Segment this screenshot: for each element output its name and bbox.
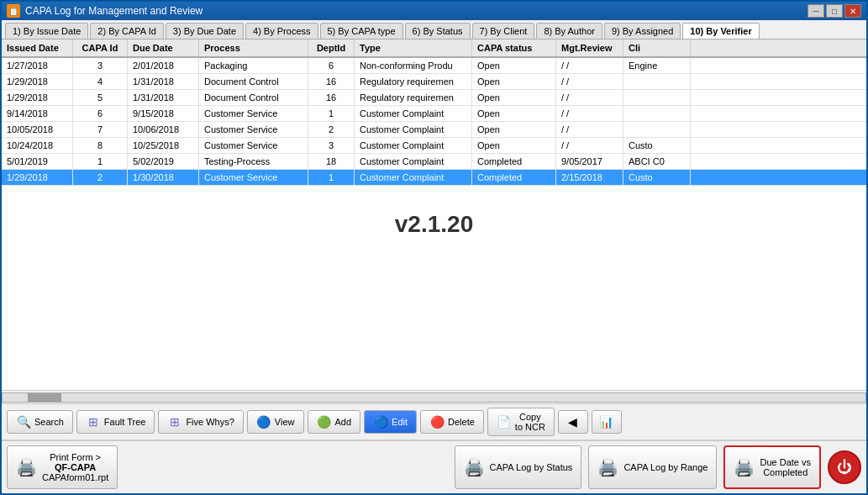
cell-process: Customer Service xyxy=(199,138,308,153)
tab-by-client[interactable]: 7) By Client xyxy=(472,23,535,39)
view-button[interactable]: 🔵 View xyxy=(247,410,304,434)
cell-process: Document Control xyxy=(199,90,308,105)
copy-to-ncr-button[interactable]: 📄 Copy to NCR xyxy=(487,408,555,436)
search-button[interactable]: 🔍 Search xyxy=(7,410,73,434)
tab-by-status[interactable]: 6) By Status xyxy=(405,23,471,39)
table-row[interactable]: 10/24/2018 8 10/25/2018 Customer Service… xyxy=(2,138,866,154)
cell-status: Open xyxy=(472,58,556,73)
cell-process: Document Control xyxy=(199,74,308,89)
capa-log-range-button[interactable]: 🖨️ CAPA Log by Range xyxy=(588,445,717,489)
tab-by-due-date[interactable]: 3) By Due Date xyxy=(166,23,244,39)
capa-log-status-icon: 🖨️ xyxy=(464,457,485,477)
edit-button[interactable]: 🔵 Edit xyxy=(364,410,417,434)
power-button[interactable]: ⏻ xyxy=(828,450,861,484)
add-button[interactable]: 🟢 Add xyxy=(308,410,361,434)
due-date-label: Due Date vs Completed xyxy=(760,457,811,477)
window-controls[interactable]: ─ □ ✕ xyxy=(808,4,861,18)
table-row[interactable]: 9/14/2018 6 9/15/2018 Customer Service 1… xyxy=(2,106,866,122)
tab-bar: 1) By Issue Date 2) By CAPA Id 3) By Due… xyxy=(2,20,866,39)
cell-dept: 6 xyxy=(308,58,355,73)
capa-log-range-label: CAPA Log by Range xyxy=(623,462,708,472)
table-body: 1/27/2018 3 2/01/2018 Packaging 6 Non-co… xyxy=(2,58,866,390)
table-row[interactable]: 1/27/2018 3 2/01/2018 Packaging 6 Non-co… xyxy=(2,58,866,74)
cell-type: Regulatory requiremen xyxy=(355,90,472,105)
print-form-label: Print Form > xyxy=(42,452,108,462)
printer-icon: 🖨️ xyxy=(16,457,37,477)
cell-issued: 1/29/2018 xyxy=(2,170,73,185)
table-row[interactable]: 10/05/2018 7 10/06/2018 Customer Service… xyxy=(2,122,866,138)
cell-capa: 4 xyxy=(73,74,128,89)
due-date-completed-button[interactable]: 🖨️ Due Date vs Completed xyxy=(723,445,821,489)
cell-due: 10/06/2018 xyxy=(128,122,199,137)
fault-tree-button[interactable]: ⊞ Fault Tree xyxy=(76,410,155,434)
cell-status: Completed xyxy=(472,154,556,169)
fault-tree-label: Fault Tree xyxy=(104,417,146,427)
cell-type: Customer Complaint xyxy=(355,154,472,169)
cell-type: Customer Complaint xyxy=(355,138,472,153)
add-label: Add xyxy=(335,417,352,427)
col-header-capa-id: CAPA Id xyxy=(73,39,128,56)
cell-process: Customer Service xyxy=(199,170,308,185)
due-date-icon: 🖨️ xyxy=(734,457,755,477)
cell-issued: 1/27/2018 xyxy=(2,58,73,73)
scrollbar-track[interactable] xyxy=(2,392,866,403)
add-icon: 🟢 xyxy=(317,414,332,429)
cell-status: Open xyxy=(472,106,556,121)
capa-log-status-label: CAPA Log by Status xyxy=(490,462,573,472)
cell-process: Testing-Process xyxy=(199,154,308,169)
copy-icon: 📄 xyxy=(497,414,512,429)
view-label: View xyxy=(275,417,295,427)
minimize-button[interactable]: ─ xyxy=(808,4,824,18)
delete-button[interactable]: 🔴 Delete xyxy=(420,410,484,434)
cell-due: 1/31/2018 xyxy=(128,90,199,105)
toolbar: 🔍 Search ⊞ Fault Tree ⊞ Five Whys? 🔵 Vie… xyxy=(2,403,866,440)
table-rows-container: 1/27/2018 3 2/01/2018 Packaging 6 Non-co… xyxy=(2,58,866,186)
table-row[interactable]: 1/29/2018 4 1/31/2018 Document Control 1… xyxy=(2,74,866,90)
cell-due: 2/01/2018 xyxy=(128,58,199,73)
cell-type: Customer Complaint xyxy=(355,106,472,121)
back-button[interactable]: ◀ xyxy=(558,410,588,434)
tab-by-assigned[interactable]: 9) By Assigned xyxy=(604,23,681,39)
table-row[interactable]: 1/29/2018 5 1/31/2018 Document Control 1… xyxy=(2,90,866,106)
print-form-button[interactable]: 🖨️ Print Form > QF-CAPA CAPAform01.rpt xyxy=(7,445,118,489)
five-whys-label: Five Whys? xyxy=(186,417,234,427)
cell-due: 1/30/2018 xyxy=(128,170,199,185)
table-row[interactable]: 1/29/2018 2 1/30/2018 Customer Service 1… xyxy=(2,170,866,186)
print-form-info: Print Form > QF-CAPA CAPAform01.rpt xyxy=(42,452,108,482)
cell-dept: 3 xyxy=(308,138,355,153)
cell-mgt: / / xyxy=(556,90,623,105)
tab-by-capa-type[interactable]: 5) By CAPA type xyxy=(320,23,403,39)
cell-due: 5/02/2019 xyxy=(128,154,199,169)
five-whys-button[interactable]: ⊞ Five Whys? xyxy=(158,410,243,434)
edit-icon: 🔵 xyxy=(373,414,388,429)
cell-due: 10/25/2018 xyxy=(128,138,199,153)
cell-mgt: / / xyxy=(556,74,623,89)
cell-mgt: / / xyxy=(556,106,623,121)
tab-by-process[interactable]: 4) By Process xyxy=(245,23,318,39)
scrollbar-thumb[interactable] xyxy=(28,393,61,402)
form-file: CAPAform01.rpt xyxy=(42,472,108,482)
horizontal-scrollbar[interactable] xyxy=(2,390,866,403)
cell-status: Open xyxy=(472,138,556,153)
col-header-due-date: Due Date xyxy=(128,39,199,56)
cell-capa: 8 xyxy=(73,138,128,153)
cell-type: Customer Complaint xyxy=(355,170,472,185)
cell-mgt: 9/05/2017 xyxy=(556,154,623,169)
five-whys-icon: ⊞ xyxy=(167,414,182,429)
col-header-process: Process xyxy=(199,39,308,56)
tab-by-author[interactable]: 8) By Author xyxy=(536,23,602,39)
cell-capa: 6 xyxy=(73,106,128,121)
tab-by-verifier[interactable]: 10) By Verifier xyxy=(682,23,759,39)
cell-status: Open xyxy=(472,90,556,105)
form-name: QF-CAPA xyxy=(42,462,108,472)
cell-issued: 1/29/2018 xyxy=(2,74,73,89)
capa-log-status-button[interactable]: 🖨️ CAPA Log by Status xyxy=(455,445,582,489)
chart-button[interactable]: 📊 xyxy=(592,410,622,434)
cell-issued: 1/29/2018 xyxy=(2,90,73,105)
close-button[interactable]: ✕ xyxy=(844,4,861,18)
title-bar-left: 📋 CAPA Log for Management and Review xyxy=(7,4,203,18)
tab-by-issue-date[interactable]: 1) By Issue Date xyxy=(5,23,88,39)
table-row[interactable]: 5/01/2019 1 5/02/2019 Testing-Process 18… xyxy=(2,154,866,170)
tab-by-capa-id[interactable]: 2) By CAPA Id xyxy=(90,23,164,39)
maximize-button[interactable]: □ xyxy=(826,4,843,18)
